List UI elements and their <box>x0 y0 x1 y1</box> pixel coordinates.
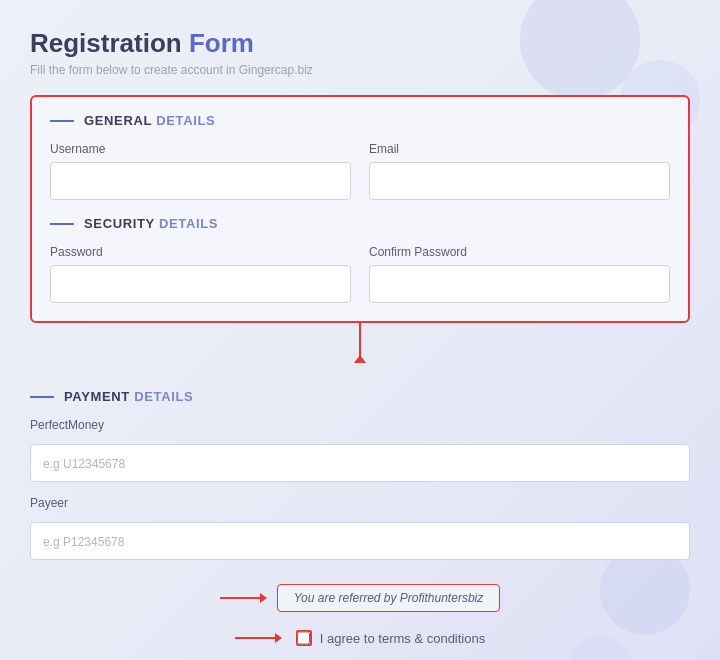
terms-container: I agree to terms & conditions <box>30 630 690 646</box>
section-line-general <box>50 120 74 122</box>
payment-section-header: PAYMENT DETAILS <box>30 389 690 404</box>
highlighted-form-section: GENERAL DETAILS Username Email SECURITY … <box>30 95 690 323</box>
email-group: Email <box>369 142 670 200</box>
payeer-group: Payeer <box>30 496 690 574</box>
security-form-row: Password Confirm Password <box>50 245 670 303</box>
referral-arrow-line <box>220 597 260 599</box>
payeer-label: Payeer <box>30 496 690 510</box>
referral-text: You are referred by Profithuntersbiz <box>294 591 483 605</box>
confirm-password-input[interactable] <box>369 265 670 303</box>
referral-box: You are referred by Profithuntersbiz <box>277 584 500 612</box>
password-group: Password <box>50 245 351 303</box>
password-input[interactable] <box>50 265 351 303</box>
payeer-input[interactable] <box>30 522 690 560</box>
security-section-title: SECURITY DETAILS <box>84 216 218 231</box>
perfect-money-group: PerfectMoney <box>30 418 690 496</box>
terms-arrow-head <box>275 633 282 643</box>
general-section-header: GENERAL DETAILS <box>50 113 670 128</box>
referral-arrow <box>220 593 267 603</box>
terms-arrow <box>235 633 282 643</box>
username-label: Username <box>50 142 351 156</box>
perfect-money-input[interactable] <box>30 444 690 482</box>
section-line-payment <box>30 396 54 398</box>
password-label: Password <box>50 245 351 259</box>
arrow-up-container <box>30 323 690 373</box>
page-container: Registration Form Fill the form below to… <box>0 0 720 660</box>
page-title: Registration Form <box>30 28 690 59</box>
username-group: Username <box>50 142 351 200</box>
email-label: Email <box>369 142 670 156</box>
email-input[interactable] <box>369 162 670 200</box>
terms-checkbox-wrapper <box>296 630 312 646</box>
confirm-password-label: Confirm Password <box>369 245 670 259</box>
referral-container: You are referred by Profithuntersbiz <box>30 584 690 612</box>
section-line-security <box>50 223 74 225</box>
page-subtitle: Fill the form below to create account in… <box>30 63 690 77</box>
general-section-title: GENERAL DETAILS <box>84 113 215 128</box>
arrow-up-line <box>359 323 361 363</box>
terms-arrow-line <box>235 637 275 639</box>
security-section: SECURITY DETAILS Password Confirm Passwo… <box>50 216 670 303</box>
security-section-header: SECURITY DETAILS <box>50 216 670 231</box>
confirm-password-group: Confirm Password <box>369 245 670 303</box>
perfect-money-label: PerfectMoney <box>30 418 690 432</box>
terms-label: I agree to terms & conditions <box>320 631 485 646</box>
payment-section-title: PAYMENT DETAILS <box>64 389 193 404</box>
username-input[interactable] <box>50 162 351 200</box>
general-form-row: Username Email <box>50 142 670 200</box>
payment-section: PAYMENT DETAILS PerfectMoney Payeer <box>30 373 690 574</box>
referral-arrow-head <box>260 593 267 603</box>
terms-checkbox[interactable] <box>297 631 310 645</box>
